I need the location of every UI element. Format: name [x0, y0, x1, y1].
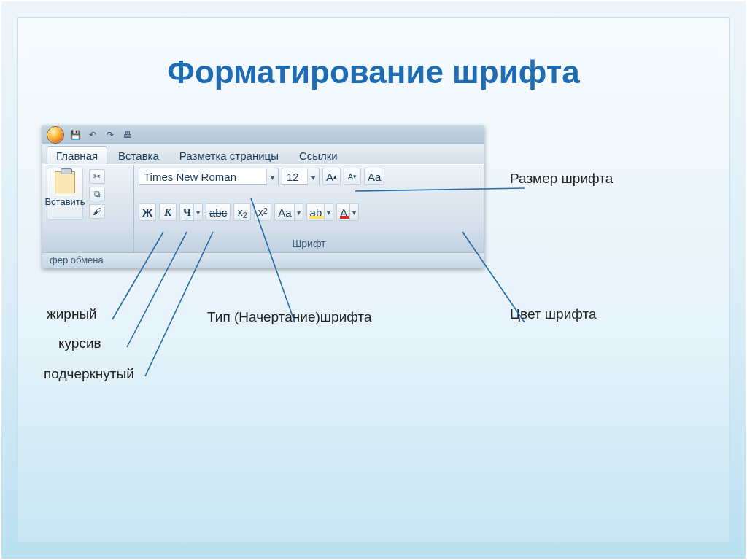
- font-size-input[interactable]: 12 ▾: [282, 168, 320, 185]
- format-painter-button[interactable]: 🖌: [89, 204, 105, 219]
- font-size-value: 12: [287, 171, 299, 183]
- grow-font-button[interactable]: A▴: [322, 168, 341, 185]
- save-icon[interactable]: 💾: [69, 128, 82, 141]
- annotation-italic: курсив: [58, 335, 101, 351]
- strikethrough-button[interactable]: abc: [206, 203, 231, 221]
- paste-label: Вставить: [44, 196, 85, 207]
- chevron-down-icon[interactable]: ▾: [307, 168, 319, 186]
- tab-home[interactable]: Главная: [47, 146, 107, 164]
- font-color-button[interactable]: A▾: [336, 203, 359, 221]
- underline-button[interactable]: Ч▾: [179, 203, 203, 221]
- clear-formatting-button[interactable]: Aa: [364, 168, 384, 185]
- ribbon-tabs: Главная Вставка Разметка страницы Ссылки: [42, 144, 484, 165]
- group-clipboard: Вставить ✂ ⧉ 🖌 .: [42, 165, 134, 252]
- ribbon-body: Вставить ✂ ⧉ 🖌 . Times New Roman: [42, 165, 484, 252]
- quick-access-toolbar: 💾 ↶ ↷ 🖶: [42, 125, 484, 144]
- annotation-font-color: Цвет шрифта: [510, 306, 597, 322]
- text-highlight-button[interactable]: ab▾: [306, 203, 334, 221]
- annotation-font-face: Тип (Начертание)шрифта: [207, 309, 372, 325]
- undo-icon[interactable]: ↶: [86, 128, 99, 141]
- tab-insert[interactable]: Вставка: [109, 146, 169, 164]
- subscript-button[interactable]: 2: [233, 203, 251, 221]
- paste-icon: [55, 171, 75, 193]
- group-font-label: Шрифт: [139, 238, 479, 251]
- annotation-bold: жирный: [47, 306, 97, 322]
- cut-button[interactable]: ✂: [89, 169, 105, 184]
- clipboard-group-label-cut: фер обмена: [42, 252, 484, 268]
- office-button-icon[interactable]: [47, 126, 64, 144]
- font-name-input[interactable]: Times New Roman ▾: [139, 168, 279, 185]
- slide-outer: Форматирование шрифта 💾 ↶ ↷ 🖶 Главная Вс…: [0, 0, 747, 560]
- paste-button[interactable]: Вставить: [47, 168, 83, 220]
- redo-icon[interactable]: ↷: [104, 128, 117, 141]
- page-title: Форматирование шрифта: [18, 54, 729, 90]
- annotation-lines: [18, 18, 747, 560]
- font-name-value: Times New Roman: [144, 171, 236, 183]
- bold-button[interactable]: Ж: [139, 203, 156, 221]
- tab-links[interactable]: Ссылки: [290, 146, 347, 164]
- chevron-down-icon[interactable]: ▾: [266, 168, 278, 186]
- change-case-button[interactable]: Aa▾: [274, 203, 303, 221]
- superscript-button[interactable]: 2: [254, 203, 271, 221]
- quick-print-icon[interactable]: 🖶: [121, 128, 134, 141]
- shrink-font-button[interactable]: A▾: [344, 168, 361, 185]
- annotation-font-size: Размер шрифта: [510, 171, 613, 187]
- annotation-underline: подчеркнутый: [44, 366, 134, 382]
- group-font: Times New Roman ▾ 12 ▾ A▴ A▾ Aa Ж К: [134, 165, 484, 252]
- slide-inner: Форматирование шрифта 💾 ↶ ↷ 🖶 Главная Вс…: [18, 18, 729, 542]
- tab-layout[interactable]: Разметка страницы: [170, 146, 288, 164]
- italic-button[interactable]: К: [159, 203, 177, 221]
- copy-button[interactable]: ⧉: [89, 187, 105, 201]
- ribbon-screenshot: 💾 ↶ ↷ 🖶 Главная Вставка Разметка страниц…: [42, 125, 484, 268]
